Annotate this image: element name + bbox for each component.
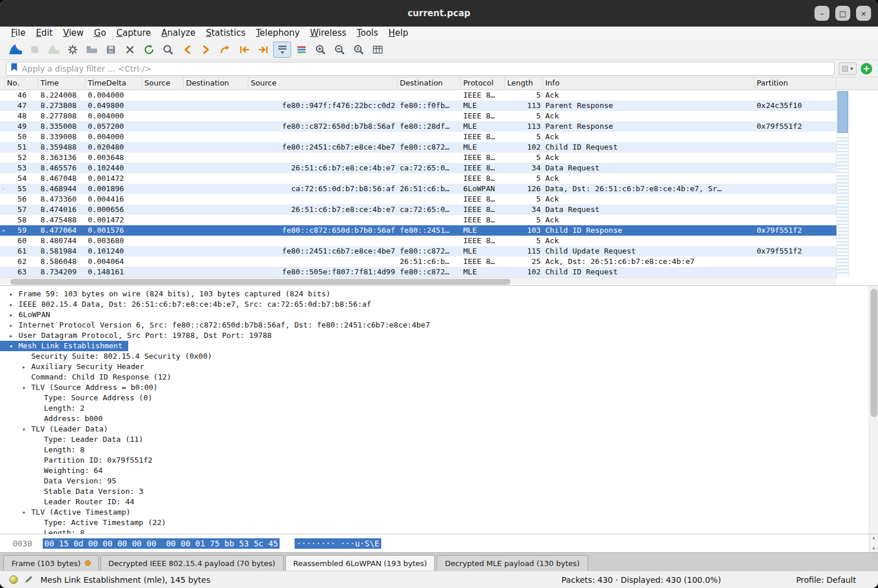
zoom-in-button[interactable] bbox=[311, 42, 329, 58]
packet-row-57[interactable]: 578.4740160.00065626:51:c6:b7:e8:ce:4b:e… bbox=[0, 204, 836, 215]
expand-arrow-icon[interactable]: ▸ bbox=[9, 331, 18, 341]
hex-bytes-selected[interactable]: 00 15 0d 00 00 00 00 00 00 00 01 75 bb 5… bbox=[43, 538, 280, 549]
packet-row-63[interactable]: 638.7342090.148161fe80::505e:f807:7f81:4… bbox=[0, 267, 836, 277]
colorize-button[interactable] bbox=[292, 42, 310, 58]
column-header-no-0[interactable]: No. bbox=[0, 77, 38, 90]
packet-list-hscrollbar[interactable] bbox=[0, 277, 836, 285]
packet-row-46[interactable]: 468.2240080.004000IEEE 8…5Ack bbox=[0, 90, 836, 101]
packet-row-61[interactable]: 618.5819840.101240fe80::2451:c6b7:e8ce:4… bbox=[0, 246, 836, 256]
details-scroll-thumb[interactable] bbox=[870, 289, 877, 417]
filter-dropdown-button[interactable]: ▾ bbox=[839, 62, 857, 75]
detail-line[interactable]: ▸Internet Protocol Version 6, Src: fe80:… bbox=[0, 320, 878, 330]
packet-row-50[interactable]: 508.3390080.004000IEEE 8…5Ack bbox=[0, 132, 836, 142]
column-header-source-3[interactable]: Source bbox=[142, 77, 184, 90]
detail-line[interactable]: ▸User Datagram Protocol, Src Port: 19788… bbox=[0, 330, 878, 341]
detail-line[interactable]: Data Version: 95 bbox=[0, 476, 878, 486]
menu-help[interactable]: Help bbox=[384, 28, 414, 38]
capture-comment-icon[interactable] bbox=[24, 575, 33, 584]
packet-row-56[interactable]: 568.4733600.004416IEEE 8…5Ack bbox=[0, 194, 836, 204]
column-header-info-9[interactable]: Info bbox=[543, 77, 754, 90]
goto-packet-button[interactable] bbox=[216, 42, 234, 58]
packet-list-scrollbar[interactable] bbox=[836, 90, 849, 277]
autoscroll-button[interactable] bbox=[273, 42, 291, 58]
expand-arrow-icon[interactable]: ▸ bbox=[22, 362, 31, 373]
menu-edit[interactable]: Edit bbox=[31, 28, 58, 38]
detail-line[interactable]: Partition ID: 0x79f551f2 bbox=[0, 455, 878, 466]
packet-row-53[interactable]: 538.4655760.10244026:51:c6:b7:e8:ce:4b:e… bbox=[0, 163, 836, 173]
maximize-button[interactable]: □ bbox=[835, 6, 850, 21]
packet-row-48[interactable]: 488.2778080.004000IEEE 8…5Ack bbox=[0, 111, 836, 121]
last-packet-button[interactable] bbox=[254, 42, 272, 58]
packet-row-54[interactable]: 548.4670480.001472IEEE 8…5Ack bbox=[0, 173, 836, 184]
detail-line[interactable]: Type: Active Timestamp (22) bbox=[0, 518, 878, 528]
open-file-button[interactable] bbox=[83, 42, 101, 58]
start-capture-button[interactable] bbox=[6, 42, 24, 58]
column-header-source-5[interactable]: Source bbox=[248, 77, 397, 90]
detail-line[interactable]: ▸6LoWPAN bbox=[0, 310, 878, 320]
column-header-destination-6[interactable]: Destination bbox=[397, 77, 461, 90]
zoom-out-button[interactable] bbox=[330, 42, 348, 58]
status-profile[interactable]: Profile: Default bbox=[796, 575, 856, 585]
menu-wireless[interactable]: Wireless bbox=[305, 28, 352, 38]
reload-file-button[interactable] bbox=[140, 42, 158, 58]
packet-row-55[interactable]: 55·8.4689440.001896ca:72:65:0d:b7:b8:56:… bbox=[0, 184, 836, 194]
display-filter-wrap[interactable] bbox=[6, 62, 835, 76]
find-packet-button[interactable] bbox=[159, 42, 177, 58]
detail-line[interactable]: ▾Mesh Link Establishment bbox=[0, 341, 878, 351]
expand-arrow-icon[interactable]: ▸ bbox=[9, 321, 18, 331]
detail-line[interactable]: Stable Data Version: 3 bbox=[0, 486, 878, 497]
packet-row-51[interactable]: 518.3594880.020480fe80::2451:c6b7:e8ce:4… bbox=[0, 142, 836, 152]
detail-line[interactable]: Length: 8 bbox=[0, 528, 878, 534]
detail-line[interactable]: Type: Leader Data (11) bbox=[0, 434, 878, 445]
menu-telephony[interactable]: Telephony bbox=[251, 28, 305, 38]
scroll-down-icon[interactable]: ▼ bbox=[872, 546, 875, 551]
menu-go[interactable]: Go bbox=[89, 28, 111, 38]
packet-row-59[interactable]: 59→8.4770640.001576fe80::c872:650d:b7b8:… bbox=[0, 225, 836, 236]
detail-line[interactable]: ▾TLV (Active Timestamp) bbox=[0, 507, 878, 518]
packet-row-58[interactable]: 588.4754880.001472IEEE 8…5Ack bbox=[0, 215, 836, 225]
titlebar[interactable]: current.pcap –□× bbox=[0, 0, 878, 27]
details-scrollbar[interactable] bbox=[869, 286, 878, 534]
collapse-arrow-icon[interactable]: ▾ bbox=[22, 508, 31, 518]
packet-list-hscroll-thumb[interactable] bbox=[10, 279, 511, 285]
tab-decrypted-ieee-802-15-4-payload-70-bytes[interactable]: Decrypted IEEE 802.15.4 payload (70 byte… bbox=[101, 555, 284, 571]
detail-line[interactable]: ▸Auxiliary Security Header bbox=[0, 362, 878, 372]
packet-row-47[interactable]: 478.2738080.049800fe80::947f:f476:22bc:c… bbox=[0, 101, 836, 111]
expand-arrow-icon[interactable]: ▸ bbox=[9, 300, 18, 310]
first-packet-button[interactable] bbox=[235, 42, 253, 58]
hex-ascii-selected[interactable]: ········ ···u·S\E bbox=[295, 538, 381, 549]
packet-row-60[interactable]: 608.4807440.003680IEEE 8…5Ack bbox=[0, 236, 836, 246]
next-packet-button[interactable] bbox=[197, 42, 215, 58]
bytes-scrollbar[interactable]: ▲ ▼ bbox=[869, 534, 878, 552]
column-header-time-1[interactable]: Time bbox=[38, 77, 85, 90]
minimize-button[interactable]: – bbox=[814, 6, 829, 21]
packet-bytes-pane[interactable]: 0030 00 15 0d 00 00 00 00 00 00 00 01 75… bbox=[0, 534, 878, 552]
tab-frame-103-bytes[interactable]: Frame (103 bytes) bbox=[3, 555, 99, 571]
expand-arrow-icon[interactable]: ▸ bbox=[9, 310, 18, 321]
stop-capture-button[interactable] bbox=[25, 42, 43, 58]
close-button[interactable]: × bbox=[856, 6, 871, 21]
detail-line[interactable]: Length: 8 bbox=[0, 445, 878, 455]
previous-packet-button[interactable] bbox=[178, 42, 196, 58]
detail-line[interactable]: Leader Router ID: 44 bbox=[0, 497, 878, 507]
detail-line[interactable]: Address: b000 bbox=[0, 414, 878, 424]
detail-line[interactable]: ▾TLV (Source Address = b0:00) bbox=[0, 382, 878, 393]
packet-row-49[interactable]: 498.3350080.057200fe80::c872:650d:b7b8:5… bbox=[0, 121, 836, 132]
resize-columns-button[interactable] bbox=[369, 42, 386, 58]
tab-decrypted-mle-payload-130-bytes[interactable]: Decrypted MLE payload (130 bytes) bbox=[437, 555, 587, 571]
expert-info-icon[interactable] bbox=[9, 575, 18, 584]
column-header-timedelta-2[interactable]: TimeDelta bbox=[85, 77, 142, 90]
collapse-arrow-icon[interactable]: ▾ bbox=[9, 341, 18, 352]
expand-arrow-icon[interactable]: ▸ bbox=[9, 289, 18, 300]
detail-line[interactable]: Command: Child ID Response (12) bbox=[0, 372, 878, 382]
column-header-partition-10[interactable]: Partition bbox=[754, 77, 836, 90]
packet-row-62[interactable]: 628.5860480.00406426:51:c6:b…IEEE 8…25Ac… bbox=[0, 256, 836, 267]
column-header-destination-4[interactable]: Destination bbox=[184, 77, 248, 90]
detail-line[interactable]: Length: 2 bbox=[0, 403, 878, 414]
menu-view[interactable]: View bbox=[58, 28, 89, 38]
detail-line[interactable]: ▸IEEE 802.15.4 Data, Dst: 26:51:c6:b7:e8… bbox=[0, 299, 878, 310]
menu-analyze[interactable]: Analyze bbox=[156, 28, 200, 38]
packet-row-52[interactable]: 528.3631360.003648IEEE 8…5Ack bbox=[0, 152, 836, 163]
column-header-protocol-7[interactable]: Protocol bbox=[461, 77, 505, 90]
menu-statistics[interactable]: Statistics bbox=[200, 28, 251, 38]
